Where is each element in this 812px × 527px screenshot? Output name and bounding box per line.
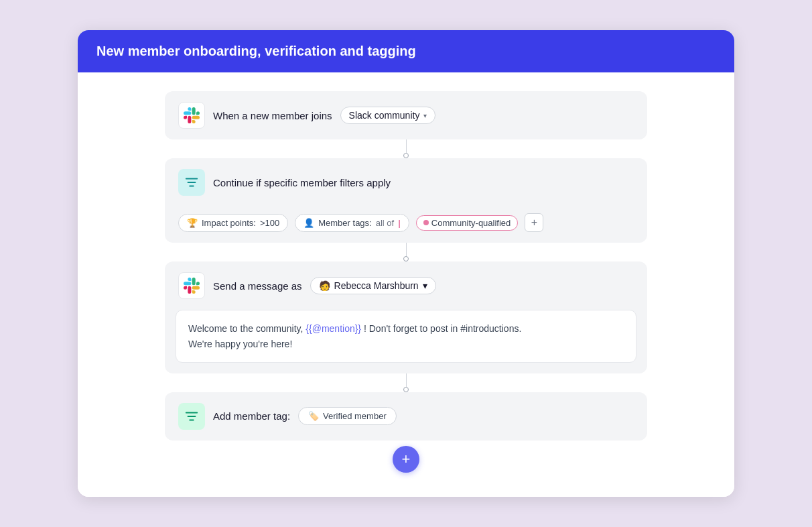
block3-header: Send a message as 🧑 Rebecca Marshburn ▾: [165, 261, 647, 310]
impact-value: >100: [260, 218, 279, 228]
qualifier-separator: |: [398, 218, 401, 228]
tag-text: Verified member: [323, 411, 387, 421]
person-dropdown[interactable]: 🧑 Rebecca Marshburn ▾: [310, 277, 436, 294]
person-chevron: ▾: [423, 280, 427, 291]
workflow-title: New member onboarding, verification and …: [96, 44, 416, 58]
block1-label: When a new member joins: [213, 110, 332, 121]
dropdown-chevron: ▾: [423, 112, 427, 119]
verified-member-tag[interactable]: 🏷️ Verified member: [298, 407, 397, 425]
workflow-header: New member onboarding, verification and …: [78, 30, 734, 72]
connector-3: [406, 373, 407, 392]
message-content: Welcome to the community, {{@mention}} !…: [176, 310, 636, 363]
person-name: Rebecca Marshburn: [334, 280, 419, 291]
plus-icon: +: [531, 217, 537, 229]
workflow-content: When a new member joins Slack community …: [78, 72, 734, 497]
add-block-icon: +: [402, 451, 411, 468]
slack-community-dropdown[interactable]: Slack community ▾: [340, 107, 436, 124]
message-suffix: ! Don't forget to post in #introductions…: [361, 323, 521, 334]
block3-label: Send a message as: [213, 280, 302, 292]
tag-dot: [423, 220, 429, 225]
connector-1: [406, 139, 407, 158]
message-prefix: Welcome to the community,: [188, 323, 306, 334]
block4-header: Add member tag: 🏷️ Verified member: [165, 392, 647, 441]
connector-dot-3: [403, 387, 409, 392]
avatar: 🧑: [319, 280, 330, 291]
block4-tag-icon: [178, 403, 205, 430]
impact-label: Impact points:: [202, 218, 256, 228]
block1-header: When a new member joins Slack community …: [165, 91, 647, 139]
mention-tag: {{@mention}}: [306, 323, 361, 334]
community-qualified-tag[interactable]: Community-qualified: [416, 215, 519, 231]
block3-slack-icon: [178, 272, 205, 299]
add-filter-button[interactable]: +: [525, 213, 543, 232]
connector-dot-1: [403, 153, 409, 158]
block3-card: Send a message as 🧑 Rebecca Marshburn ▾ …: [165, 261, 647, 373]
impact-points-filter[interactable]: 🏆 Impact points: >100: [178, 214, 288, 232]
slack-icon: [178, 102, 205, 129]
connector-dot-2: [403, 256, 409, 261]
block2-header: Continue if specific member filters appl…: [165, 158, 647, 207]
message-line2: We're happy you're here!: [188, 339, 292, 349]
all-of-text: all of: [376, 218, 394, 228]
connector-2: [406, 243, 407, 261]
filter-row: 🏆 Impact points: >100 👤 Member tags: all…: [165, 207, 647, 243]
block4-label: Add member tag:: [213, 410, 290, 422]
workflow-container: New member onboarding, verification and …: [78, 30, 734, 497]
member-tags-filter[interactable]: 👤 Member tags: all of |: [295, 214, 409, 232]
tag-icon-small: 🏷️: [308, 411, 319, 421]
block1-card: When a new member joins Slack community …: [165, 91, 647, 139]
trophy-icon: 🏆: [187, 218, 198, 228]
person-icon: 👤: [303, 218, 314, 228]
block2-card: Continue if specific member filters appl…: [165, 158, 647, 243]
member-tags-label: Member tags:: [318, 218, 371, 228]
block2-label: Continue if specific member filters appl…: [213, 177, 391, 188]
slack-community-label: Slack community: [349, 110, 420, 121]
block4-card: Add member tag: 🏷️ Verified member: [165, 392, 647, 441]
filter-icon: [178, 169, 205, 196]
add-block-button[interactable]: +: [393, 446, 419, 473]
tag-label: Community-qualified: [431, 218, 511, 228]
